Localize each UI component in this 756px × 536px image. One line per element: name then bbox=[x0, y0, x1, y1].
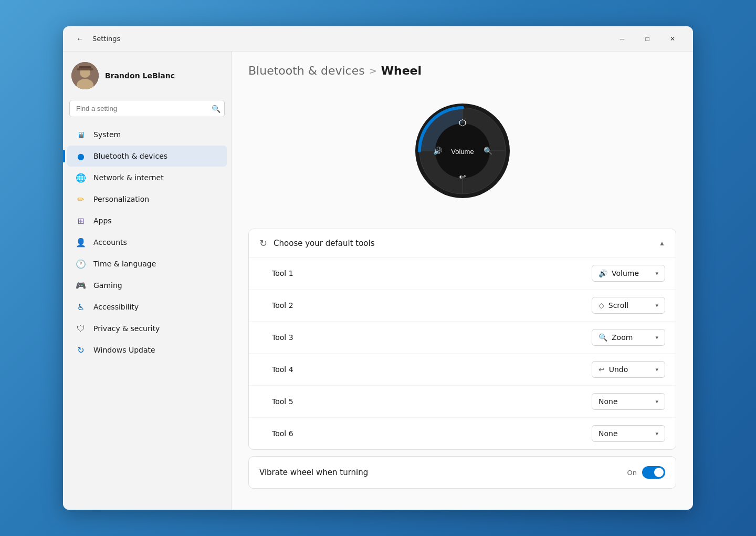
vibrate-status: On bbox=[627, 469, 637, 477]
nav-label-network: Network & internet bbox=[93, 173, 164, 182]
sidebar-item-personalization[interactable]: ✏ Personalization bbox=[67, 189, 227, 210]
vibrate-toggle[interactable] bbox=[642, 466, 665, 479]
svg-text:⬡: ⬡ bbox=[459, 118, 466, 128]
tool-label-5: Tool 5 bbox=[272, 397, 592, 406]
tool-dropdown-2[interactable]: ◇ Scroll ▾ bbox=[592, 297, 665, 314]
tool-dropdown-value-1: Volume bbox=[612, 269, 639, 277]
close-button[interactable]: ✕ bbox=[660, 30, 685, 47]
toggle-knob bbox=[654, 468, 664, 477]
nav-label-bluetooth: Bluetooth & devices bbox=[93, 152, 167, 160]
nav-icon-update: ↻ bbox=[76, 345, 86, 355]
nav-icon-bluetooth: ● bbox=[76, 151, 86, 161]
tool-dropdown-icon-1: 🔊 bbox=[598, 269, 607, 277]
search-icon[interactable]: 🔍 bbox=[212, 105, 220, 113]
collapse-button[interactable]: ▲ bbox=[659, 240, 665, 247]
sidebar-item-gaming[interactable]: 🎮 Gaming bbox=[67, 275, 227, 296]
tool-dropdown-chevron-6: ▾ bbox=[655, 430, 658, 437]
breadcrumb-parent[interactable]: Bluetooth & devices bbox=[248, 64, 365, 77]
tool-dropdown-4[interactable]: ↩ Undo ▾ bbox=[592, 361, 665, 378]
nav-label-privacy: Privacy & security bbox=[93, 324, 160, 333]
tool-dropdown-chevron-5: ▾ bbox=[655, 398, 658, 405]
breadcrumb-separator: > bbox=[369, 65, 377, 76]
tool-dropdown-value-6: None bbox=[598, 429, 618, 438]
window-title: Settings bbox=[92, 35, 610, 43]
tool-dropdown-icon-2: ◇ bbox=[598, 301, 604, 310]
tool-row-2: Tool 2 ◇ Scroll ▾ bbox=[249, 290, 676, 322]
svg-rect-4 bbox=[77, 68, 93, 70]
nav-label-accounts: Accounts bbox=[93, 238, 127, 246]
svg-text:🔊: 🔊 bbox=[433, 147, 442, 156]
wheel-diagram-container: Volume ⬡ 🔊 🔍 ↩ bbox=[248, 90, 676, 212]
minimize-button[interactable]: ─ bbox=[610, 30, 634, 47]
tools-icon: ↻ bbox=[259, 238, 267, 249]
maximize-button[interactable]: □ bbox=[635, 30, 659, 47]
nav-icon-personalization: ✏ bbox=[76, 194, 86, 204]
default-tools-title: Choose your default tools bbox=[274, 239, 653, 248]
tool-dropdown-chevron-4: ▾ bbox=[655, 366, 658, 373]
nav-label-apps: Apps bbox=[93, 217, 112, 225]
sidebar-item-apps[interactable]: ⊞ Apps bbox=[67, 210, 227, 231]
window-controls: ─ □ ✕ bbox=[610, 30, 685, 47]
tool-row-1: Tool 1 🔊 Volume ▾ bbox=[249, 257, 676, 290]
tool-label-1: Tool 1 bbox=[272, 269, 592, 277]
title-bar: ← Settings ─ □ ✕ bbox=[63, 26, 693, 51]
user-profile[interactable]: Brandon LeBlanc bbox=[63, 56, 231, 100]
nav-icon-gaming: 🎮 bbox=[76, 280, 86, 291]
svg-text:🔍: 🔍 bbox=[483, 147, 492, 156]
nav-icon-accounts: 👤 bbox=[76, 237, 86, 248]
tool-row-5: Tool 5 None ▾ bbox=[249, 386, 676, 418]
tool-label-4: Tool 4 bbox=[272, 365, 592, 374]
nav-list: 🖥 System ● Bluetooth & devices 🌐 Network… bbox=[63, 123, 231, 361]
breadcrumb-current: Wheel bbox=[381, 64, 422, 77]
content-area: Brandon LeBlanc 🔍 🖥 System ● Bluetooth &… bbox=[63, 51, 693, 510]
sidebar-item-accounts[interactable]: 👤 Accounts bbox=[67, 232, 227, 253]
nav-label-accessibility: Accessibility bbox=[93, 303, 139, 311]
sidebar-item-update[interactable]: ↻ Windows Update bbox=[67, 339, 227, 360]
search-input[interactable] bbox=[69, 100, 225, 117]
tool-label-6: Tool 6 bbox=[272, 429, 592, 438]
user-name: Brandon LeBlanc bbox=[105, 71, 175, 80]
tool-row-4: Tool 4 ↩ Undo ▾ bbox=[249, 354, 676, 386]
nav-label-time: Time & language bbox=[93, 260, 156, 268]
sidebar-item-network[interactable]: 🌐 Network & internet bbox=[67, 167, 227, 188]
sidebar-item-accessibility[interactable]: ♿ Accessibility bbox=[67, 296, 227, 317]
tool-dropdown-icon-3: 🔍 bbox=[598, 333, 607, 342]
nav-icon-time: 🕐 bbox=[76, 259, 86, 269]
tool-row-6: Tool 6 None ▾ bbox=[249, 418, 676, 449]
svg-text:Volume: Volume bbox=[451, 148, 474, 156]
tool-dropdown-chevron-3: ▾ bbox=[655, 334, 658, 341]
tool-dropdown-value-2: Scroll bbox=[608, 301, 628, 310]
avatar bbox=[71, 62, 99, 89]
tool-dropdown-1[interactable]: 🔊 Volume ▾ bbox=[592, 265, 665, 282]
tool-dropdown-6[interactable]: None ▾ bbox=[592, 425, 665, 442]
tool-label-3: Tool 3 bbox=[272, 333, 592, 342]
sidebar-item-time[interactable]: 🕐 Time & language bbox=[67, 253, 227, 274]
vibrate-label: Vibrate wheel when turning bbox=[259, 468, 627, 477]
nav-icon-system: 🖥 bbox=[76, 129, 86, 140]
vibrate-card: Vibrate wheel when turning On bbox=[248, 456, 676, 489]
tool-label-2: Tool 2 bbox=[272, 301, 592, 310]
svg-text:↩: ↩ bbox=[459, 172, 466, 182]
default-tools-header[interactable]: ↻ Choose your default tools ▲ bbox=[249, 229, 676, 257]
breadcrumb: Bluetooth & devices > Wheel bbox=[248, 64, 676, 77]
tool-dropdown-icon-4: ↩ bbox=[598, 365, 605, 374]
wheel-svg: Volume ⬡ 🔊 🔍 ↩ bbox=[410, 98, 515, 203]
nav-label-system: System bbox=[93, 130, 121, 139]
tool-dropdown-value-5: None bbox=[598, 397, 618, 406]
sidebar-item-bluetooth[interactable]: ● Bluetooth & devices bbox=[67, 146, 227, 167]
nav-label-gaming: Gaming bbox=[93, 281, 122, 290]
tools-list: Tool 1 🔊 Volume ▾ Tool 2 ◇ Scroll ▾ Tool… bbox=[249, 257, 676, 449]
tool-dropdown-5[interactable]: None ▾ bbox=[592, 393, 665, 410]
sidebar-item-system[interactable]: 🖥 System bbox=[67, 124, 227, 145]
nav-icon-network: 🌐 bbox=[76, 172, 86, 183]
default-tools-card: ↻ Choose your default tools ▲ Tool 1 🔊 V… bbox=[248, 229, 676, 450]
nav-icon-privacy: 🛡 bbox=[76, 323, 86, 334]
main-content: Bluetooth & devices > Wheel bbox=[231, 51, 693, 510]
tool-dropdown-3[interactable]: 🔍 Zoom ▾ bbox=[592, 329, 665, 346]
avatar-image bbox=[71, 62, 99, 89]
settings-window: ← Settings ─ □ ✕ bbox=[63, 26, 693, 510]
back-button[interactable]: ← bbox=[71, 30, 88, 47]
sidebar-item-privacy[interactable]: 🛡 Privacy & security bbox=[67, 318, 227, 339]
nav-icon-apps: ⊞ bbox=[76, 215, 86, 226]
tool-dropdown-value-3: Zoom bbox=[612, 333, 633, 342]
